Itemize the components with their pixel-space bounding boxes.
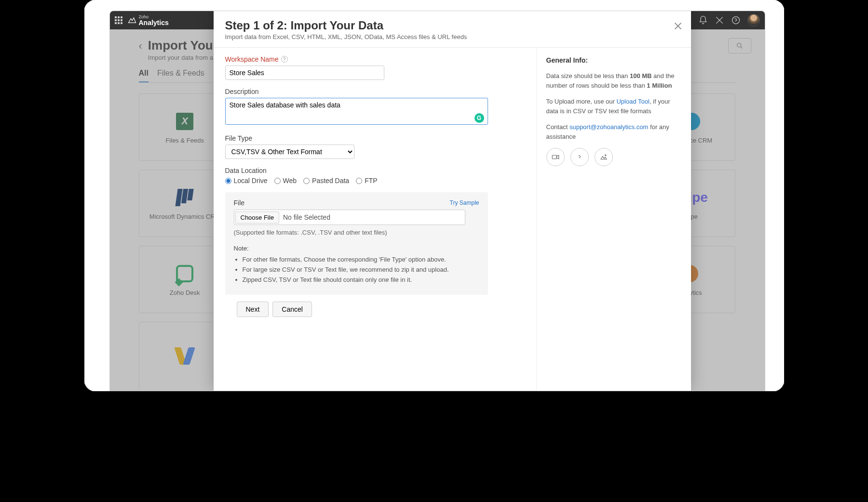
svg-point-4 (605, 155, 606, 156)
radio-ftp[interactable]: FTP (356, 177, 377, 185)
description-textarea[interactable]: Store Sales database with sales data (225, 98, 488, 125)
file-status: No file Selected (283, 213, 330, 221)
data-location-label: Data Location (225, 167, 525, 174)
workspace-name-label: Workspace Name ? (225, 55, 525, 63)
supported-formats: (Supported file formats: .CSV, .TSV and … (234, 229, 479, 236)
close-icon[interactable] (674, 22, 682, 30)
file-box: File Try Sample Choose File No file Sele… (225, 192, 488, 295)
logo[interactable]: Zoho Analytics (127, 15, 169, 26)
note-item: Zipped CSV, TSV or Text file should cont… (243, 276, 479, 283)
note-list: For other file formats, Choose the corre… (234, 256, 479, 283)
radio-local-drive[interactable]: Local Drive (225, 177, 268, 185)
video-icon[interactable] (546, 148, 565, 166)
form-column: Workspace Name ? Description Store Sales… (214, 48, 537, 391)
info-text-upload: To Upload more, use our Upload Tool, if … (546, 97, 681, 116)
tools-icon[interactable] (715, 15, 724, 25)
file-label: File (234, 199, 245, 207)
file-type-select[interactable]: CSV,TSV & Other Text Format (225, 145, 354, 159)
brand-small: Zoho (139, 15, 169, 19)
modal-header: Step 1 of 2: Import Your Data Import dat… (214, 11, 691, 48)
user-avatar[interactable] (747, 14, 760, 26)
help-icon[interactable] (731, 15, 741, 25)
radio-web[interactable]: Web (274, 177, 297, 185)
modal-footer: Next Cancel (225, 295, 525, 328)
note-label: Note: (234, 245, 479, 252)
workspace-name-input[interactable] (225, 66, 384, 80)
data-location-radios: Local Drive Web Pasted Data FTP (225, 177, 525, 185)
radio-pasted-data[interactable]: Pasted Data (303, 177, 349, 185)
note-item: For other file formats, Choose the corre… (243, 256, 479, 263)
try-sample-link[interactable]: Try Sample (450, 199, 479, 206)
bell-icon[interactable] (698, 15, 708, 25)
grammarly-icon[interactable]: G (475, 113, 484, 123)
choose-file-button[interactable]: Choose File (235, 211, 279, 224)
cancel-button[interactable]: Cancel (272, 302, 312, 317)
question-icon[interactable] (570, 148, 589, 166)
apps-grid-icon[interactable] (115, 16, 122, 24)
info-text-contact: Contact support@zohoanalytics.com for an… (546, 122, 681, 141)
modal-subtitle: Import data from Excel, CSV, HTML, XML, … (225, 33, 679, 40)
note-item: For large size CSV or TSV or Text file, … (243, 266, 479, 273)
info-text-size: Data size should be less than 100 MB and… (546, 71, 681, 90)
upload-tool-link[interactable]: Upload Tool (616, 98, 649, 105)
image-icon[interactable] (595, 148, 613, 166)
brand-name: Analytics (139, 19, 169, 26)
import-modal: Step 1 of 2: Import Your Data Import dat… (214, 11, 691, 391)
help-icon[interactable]: ? (281, 56, 288, 63)
next-button[interactable]: Next (237, 302, 269, 317)
info-title: General Info: (546, 55, 681, 66)
info-column: General Info: Data size should be less t… (537, 48, 691, 391)
file-type-label: File Type (225, 134, 525, 142)
description-label: Description (225, 88, 525, 95)
support-email-link[interactable]: support@zohoanalytics.com (570, 123, 649, 131)
file-input[interactable]: Choose File No file Selected (234, 210, 465, 225)
svg-rect-3 (552, 155, 556, 159)
modal-title: Step 1 of 2: Import Your Data (225, 19, 679, 32)
